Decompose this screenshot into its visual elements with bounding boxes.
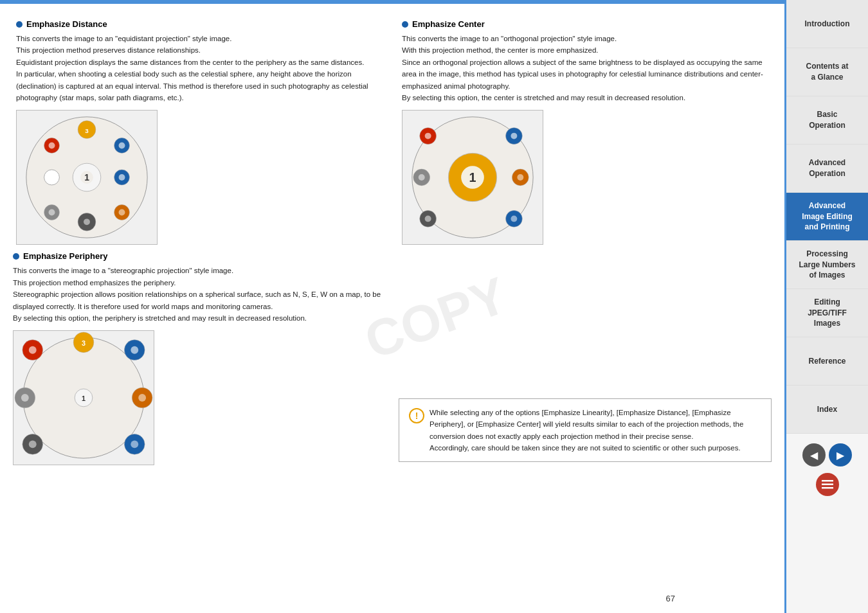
svg-text:3: 3 — [82, 339, 86, 347]
image-center: 1 — [402, 110, 543, 245]
svg-point-6 — [119, 143, 125, 149]
sidebar-item-processing[interactable]: ProcessingLarge Numbersof Images — [786, 241, 868, 289]
section-emphasize-distance: Emphasize Distance This converts the ima… — [13, 16, 386, 248]
prev-button[interactable]: ◀ — [802, 443, 826, 466]
section-title-distance: Emphasize Distance — [16, 19, 383, 29]
billiard-svg-periphery: 3 1 — [14, 330, 154, 465]
section-emphasize-periphery: Emphasize Periphery This converts the im… — [13, 251, 386, 465]
bullet-dot-periphery — [13, 253, 19, 260]
sidebar-item-introduction[interactable]: Introduction — [786, 0, 868, 48]
svg-point-30 — [517, 174, 523, 181]
section-title-center: Emphasize Center — [402, 19, 768, 29]
svg-text:1: 1 — [469, 170, 476, 184]
sidebar-item-advanced[interactable]: AdvancedOperation — [786, 145, 868, 193]
sidebar-item-index[interactable]: Index — [786, 386, 868, 434]
next-button[interactable]: ▶ — [829, 443, 852, 466]
sidebar: Introduction Contents ata Glance BasicOp… — [784, 0, 868, 613]
svg-point-34 — [511, 216, 517, 222]
svg-point-25 — [419, 174, 425, 181]
billiard-svg-center: 1 — [402, 110, 543, 245]
section-title-periphery: Emphasize Periphery — [13, 251, 386, 261]
svg-point-14 — [49, 209, 55, 216]
sidebar-item-advanced-editing[interactable]: AdvancedImage Editingand Printing — [786, 193, 868, 241]
section-text-distance: This converts the image to an "equidista… — [16, 33, 383, 103]
svg-point-51 — [131, 441, 138, 449]
note-text: While selecting any of the options [Emph… — [429, 407, 761, 454]
svg-point-12 — [119, 174, 125, 181]
svg-point-16 — [84, 219, 90, 226]
image-periphery: 3 1 — [13, 330, 154, 465]
bullet-dot-center — [402, 21, 408, 28]
toc-icon — [822, 480, 833, 489]
svg-text:1: 1 — [82, 395, 86, 402]
svg-point-41 — [131, 346, 138, 354]
svg-point-49 — [29, 441, 37, 449]
content-area: Emphasize Distance This converts the ima… — [13, 16, 772, 248]
svg-point-23 — [511, 133, 517, 139]
bullet-dot — [16, 21, 23, 28]
svg-point-37 — [29, 346, 37, 354]
svg-point-4 — [49, 143, 55, 149]
svg-text:1: 1 — [84, 172, 89, 182]
svg-point-21 — [425, 133, 431, 139]
sidebar-item-basic[interactable]: BasicOperation — [786, 96, 868, 145]
section-emphasize-center: Emphasize Center This converts the image… — [399, 16, 772, 248]
bottom-sections: Emphasize Periphery This converts the im… — [13, 251, 772, 465]
svg-point-43 — [21, 394, 29, 402]
image-distance: 3 1 — [16, 110, 158, 245]
svg-point-47 — [138, 394, 146, 402]
sidebar-item-contents[interactable]: Contents ata Glance — [786, 48, 868, 96]
toc-button[interactable] — [816, 473, 839, 496]
svg-point-18 — [119, 209, 125, 216]
svg-rect-53 — [822, 484, 833, 486]
page-number: 67 — [666, 594, 675, 603]
section-text-periphery: This converts the image to a "stereograp… — [13, 265, 386, 324]
svg-rect-54 — [822, 487, 833, 489]
note-area: ! While selecting any of the options [Em… — [399, 251, 772, 465]
top-bar — [0, 0, 784, 4]
svg-point-7 — [44, 170, 60, 185]
sidebar-item-editing[interactable]: EditingJPEG/TIFFImages — [786, 289, 868, 337]
sidebar-bottom: ◀ ▶ — [786, 434, 868, 613]
svg-rect-52 — [822, 480, 833, 482]
svg-point-32 — [425, 216, 431, 222]
note-box: ! While selecting any of the options [Em… — [399, 398, 772, 463]
billiard-svg-distance: 3 1 — [17, 110, 157, 245]
note-icon: ! — [409, 408, 424, 423]
svg-text:3: 3 — [85, 127, 89, 134]
nav-buttons: ◀ ▶ — [802, 443, 852, 466]
sidebar-item-reference[interactable]: Reference — [786, 337, 868, 386]
section-text-center: This converts the image to an "orthogona… — [402, 33, 768, 103]
main-content: COPY Emphasize Distance This converts th… — [0, 0, 784, 613]
